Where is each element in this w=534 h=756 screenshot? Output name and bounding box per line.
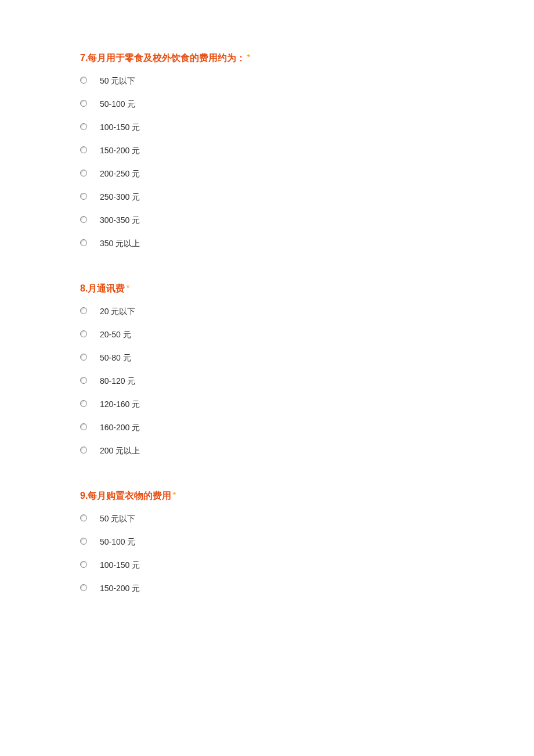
- option-label: 50 元以下: [100, 76, 135, 87]
- option-label: 100-150 元: [100, 123, 140, 133]
- question-7-option[interactable]: 250-300 元: [80, 191, 534, 201]
- required-star: *: [126, 283, 129, 293]
- question-8-text: 月通讯费: [88, 283, 125, 293]
- question-9-option[interactable]: 50-100 元: [80, 536, 534, 546]
- radio-icon[interactable]: [80, 330, 87, 337]
- radio-icon[interactable]: [80, 100, 87, 107]
- radio-icon[interactable]: [80, 239, 87, 246]
- option-label: 200 元以上: [100, 446, 140, 456]
- radio-icon[interactable]: [80, 447, 87, 453]
- option-label: 160-200 元: [100, 423, 140, 433]
- question-7-number: 7.: [80, 53, 88, 63]
- option-label: 150-200 元: [100, 584, 140, 594]
- question-7-option[interactable]: 50-100 元: [80, 98, 534, 109]
- option-label: 200-250 元: [100, 169, 140, 179]
- radio-icon[interactable]: [80, 400, 87, 407]
- option-label: 20 元以下: [100, 307, 135, 317]
- radio-icon[interactable]: [80, 123, 87, 130]
- radio-icon[interactable]: [80, 584, 87, 591]
- option-label: 120-160 元: [100, 399, 140, 410]
- question-7-text: 每月用于零食及校外饮食的费用约为：: [88, 53, 246, 63]
- question-8-option[interactable]: 20 元以下: [80, 305, 534, 316]
- question-9-option[interactable]: 100-150 元: [80, 559, 534, 570]
- radio-icon[interactable]: [80, 216, 87, 223]
- question-7-option[interactable]: 200-250 元: [80, 168, 534, 178]
- question-9-title: 9.每月购置衣物的费用*: [80, 490, 534, 502]
- radio-icon[interactable]: [80, 377, 87, 384]
- question-8-option[interactable]: 20-50 元: [80, 329, 534, 339]
- question-7-option[interactable]: 150-200 元: [80, 145, 534, 155]
- question-7-option[interactable]: 350 元以上: [80, 237, 534, 248]
- radio-icon[interactable]: [80, 170, 87, 177]
- option-label: 100-150 元: [100, 560, 140, 571]
- option-label: 150-200 元: [100, 146, 140, 156]
- question-8-option[interactable]: 50-80 元: [80, 352, 534, 362]
- question-9: 9.每月购置衣物的费用* 50 元以下 50-100 元 100-150 元 1…: [80, 490, 534, 593]
- question-8-option[interactable]: 120-160 元: [80, 398, 534, 409]
- question-7-title: 7.每月用于零食及校外饮食的费用约为：*: [80, 52, 534, 64]
- question-9-text: 每月购置衣物的费用: [88, 491, 171, 501]
- question-8-option[interactable]: 160-200 元: [80, 422, 534, 432]
- option-label: 50 元以下: [100, 514, 135, 524]
- radio-icon[interactable]: [80, 423, 87, 430]
- option-label: 300-350 元: [100, 215, 140, 226]
- question-7-option[interactable]: 50 元以下: [80, 75, 534, 85]
- option-label: 80-120 元: [100, 376, 135, 387]
- question-8-number: 8.: [80, 283, 88, 293]
- question-9-option[interactable]: 150-200 元: [80, 582, 534, 593]
- question-8-option[interactable]: 80-120 元: [80, 375, 534, 386]
- question-8-title: 8.月通讯费*: [80, 283, 534, 295]
- option-label: 50-80 元: [100, 353, 131, 363]
- radio-icon[interactable]: [80, 561, 87, 568]
- radio-icon[interactable]: [80, 193, 87, 200]
- radio-icon[interactable]: [80, 354, 87, 361]
- option-label: 50-100 元: [100, 537, 135, 548]
- radio-icon[interactable]: [80, 538, 87, 545]
- question-7-option[interactable]: 300-350 元: [80, 214, 534, 225]
- option-label: 50-100 元: [100, 99, 135, 110]
- radio-icon[interactable]: [80, 307, 87, 314]
- question-8: 8.月通讯费* 20 元以下 20-50 元 50-80 元 80-120 元 …: [80, 283, 534, 455]
- question-8-option[interactable]: 200 元以上: [80, 445, 534, 455]
- question-7-option[interactable]: 100-150 元: [80, 121, 534, 132]
- radio-icon[interactable]: [80, 514, 87, 521]
- required-star: *: [247, 53, 250, 63]
- required-star: *: [172, 491, 176, 501]
- option-label: 20-50 元: [100, 330, 131, 340]
- question-9-option[interactable]: 50 元以下: [80, 513, 534, 523]
- option-label: 250-300 元: [100, 192, 140, 203]
- question-7: 7.每月用于零食及校外饮食的费用约为：* 50 元以下 50-100 元 100…: [80, 52, 534, 248]
- option-label: 350 元以上: [100, 239, 140, 249]
- radio-icon[interactable]: [80, 77, 87, 84]
- question-9-number: 9.: [80, 491, 88, 501]
- radio-icon[interactable]: [80, 146, 87, 153]
